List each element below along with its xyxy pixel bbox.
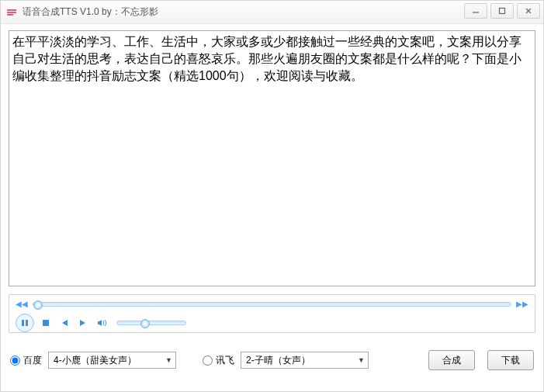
baidu-voice-value: 4-小鹿（甜美女声） [54, 354, 137, 367]
download-button[interactable]: 下载 [487, 350, 534, 370]
app-window: 语音合成TTS V1.0 by：不忘形影 ◀◀ ▶▶ [0, 0, 544, 392]
svg-rect-3 [26, 320, 28, 326]
play-pause-button[interactable] [16, 314, 34, 332]
seek-forward-icon[interactable]: ▶▶ [516, 300, 528, 308]
provider-xunfei-radio[interactable]: 讯飞 [203, 354, 234, 367]
seek-bar-row: ◀◀ ▶▶ [16, 298, 528, 310]
svg-rect-4 [43, 320, 49, 326]
stop-button[interactable] [39, 316, 53, 330]
synthesize-label: 合成 [442, 354, 461, 367]
volume-icon[interactable] [95, 316, 109, 330]
download-label: 下载 [501, 354, 520, 367]
close-button[interactable] [517, 3, 540, 19]
baidu-voice-combo[interactable]: 4-小鹿（甜美女声） ▼ [48, 352, 176, 369]
xunfei-radio-input[interactable] [203, 356, 213, 366]
audio-player: ◀◀ ▶▶ [9, 294, 535, 333]
seek-back-icon[interactable]: ◀◀ [16, 300, 28, 308]
chevron-down-icon: ▼ [165, 356, 172, 364]
minimize-button[interactable] [464, 3, 487, 19]
svg-rect-1 [500, 9, 505, 14]
synthesize-button[interactable]: 合成 [428, 350, 475, 370]
titlebar: 语音合成TTS V1.0 by：不忘形影 [1, 1, 543, 24]
provider-baidu-radio[interactable]: 百度 [10, 354, 42, 367]
player-controls [16, 314, 528, 332]
svg-rect-2 [22, 320, 24, 326]
window-buttons [464, 3, 540, 19]
next-button[interactable] [76, 316, 90, 330]
seek-thumb[interactable] [33, 300, 43, 310]
volume-thumb[interactable] [140, 319, 150, 328]
volume-track[interactable] [116, 321, 186, 325]
xunfei-voice-combo[interactable]: 2-子晴（女声） ▼ [241, 352, 369, 369]
seek-track[interactable] [33, 302, 511, 307]
maximize-button[interactable] [490, 3, 514, 19]
chevron-down-icon: ▼ [358, 356, 365, 364]
xunfei-label: 讯飞 [216, 354, 234, 367]
app-icon [5, 6, 18, 19]
baidu-label: 百度 [23, 354, 42, 367]
baidu-radio-input[interactable] [10, 356, 20, 366]
text-input[interactable] [9, 30, 535, 286]
window-title: 语音合成TTS V1.0 by：不忘形影 [23, 5, 158, 19]
xunfei-voice-value: 2-子晴（女声） [246, 354, 310, 367]
options-row: 百度 4-小鹿（甜美女声） ▼ 讯飞 2-子晴（女声） ▼ 合成 下载 [9, 350, 535, 370]
client-area: ◀◀ ▶▶ [1, 24, 543, 391]
previous-button[interactable] [57, 316, 71, 330]
